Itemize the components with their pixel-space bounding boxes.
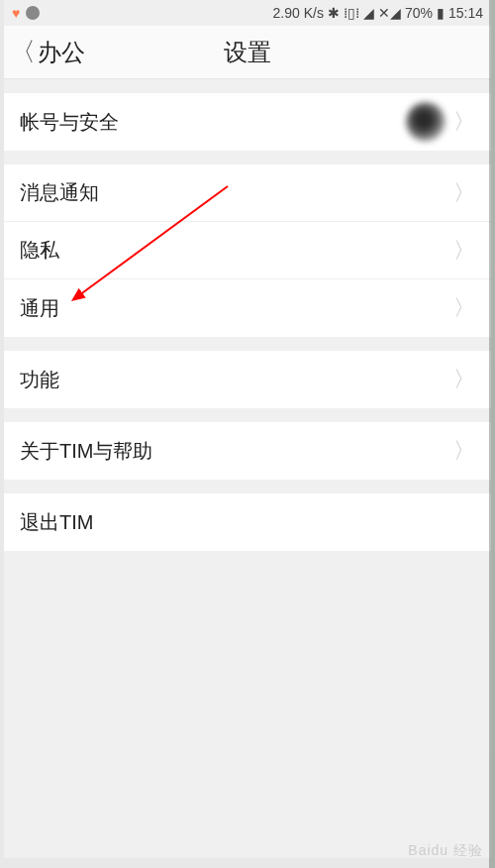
- wifi-icon: ◢: [363, 5, 374, 21]
- network-speed: 2.90 K/s: [273, 5, 324, 21]
- battery-icon: ▮: [437, 5, 445, 21]
- about-item[interactable]: 关于TIM与帮助 〉: [4, 422, 491, 480]
- chevron-right-icon: 〉: [453, 178, 475, 208]
- clock: 15:14: [448, 5, 483, 21]
- chevron-right-icon: 〉: [453, 236, 475, 266]
- chevron-left-icon: 〈: [10, 35, 36, 69]
- general-item[interactable]: 通用 〉: [4, 279, 491, 337]
- page-title: 设置: [224, 37, 271, 68]
- vibrate-icon: ⁞▯⁞: [344, 5, 359, 21]
- account-security-item[interactable]: 帐号与安全 〉: [4, 93, 491, 151]
- logout-item[interactable]: 退出TIM: [4, 493, 491, 551]
- item-label: 消息通知: [20, 179, 453, 206]
- side-shadow: [489, 0, 495, 868]
- item-label: 隐私: [20, 237, 453, 264]
- nav-bar: 〈 办公 设置: [4, 26, 491, 79]
- avatar: [406, 102, 446, 142]
- notifications-item[interactable]: 消息通知 〉: [4, 164, 491, 222]
- item-label: 帐号与安全: [20, 109, 406, 136]
- signal-icon: ✕◢: [378, 5, 401, 21]
- item-label: 功能: [20, 367, 453, 393]
- privacy-item[interactable]: 隐私 〉: [4, 222, 491, 279]
- battery-percent: 70%: [405, 5, 433, 21]
- chevron-right-icon: 〉: [453, 293, 475, 323]
- heart-icon: ♥: [12, 5, 20, 21]
- watermark: Baidu 经验: [408, 842, 483, 860]
- item-label: 通用: [20, 295, 453, 322]
- item-label: 退出TIM: [20, 509, 475, 536]
- chevron-right-icon: 〉: [453, 365, 475, 394]
- status-bar: ♥ 2.90 K/s ✱ ⁞▯⁞ ◢ ✕◢ 70% ▮ 15:14: [4, 0, 491, 26]
- back-label: 办公: [38, 37, 85, 68]
- bluetooth-icon: ✱: [328, 5, 340, 21]
- features-item[interactable]: 功能 〉: [4, 351, 491, 408]
- chevron-right-icon: 〉: [453, 436, 475, 466]
- back-button[interactable]: 〈 办公: [4, 35, 85, 69]
- circle-icon: [26, 6, 40, 20]
- item-label: 关于TIM与帮助: [20, 438, 453, 465]
- chevron-right-icon: 〉: [453, 107, 475, 137]
